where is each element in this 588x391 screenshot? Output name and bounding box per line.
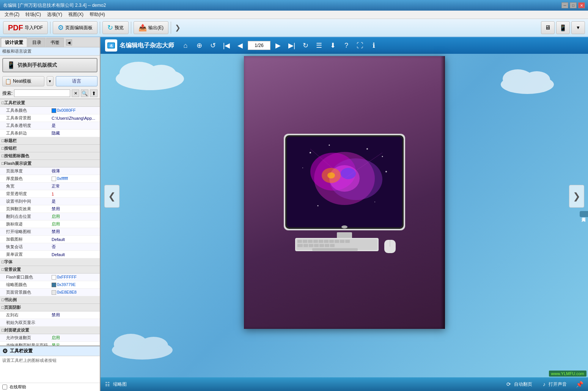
sound-label[interactable]: 打开声音 bbox=[549, 381, 567, 388]
nav-first-page-button[interactable]: |◀ bbox=[220, 39, 233, 52]
search-clear-button[interactable]: ✕ bbox=[72, 89, 79, 97]
color-swatch-toolbar bbox=[52, 108, 56, 113]
page-next-arrow[interactable]: ❯ bbox=[569, 185, 584, 208]
cloud-bottom-left bbox=[108, 333, 176, 361]
tab-design-settings[interactable]: 设计设置 bbox=[1, 38, 27, 47]
preview-button[interactable]: ↻ 预览 bbox=[102, 21, 129, 34]
mobile-switch-button[interactable]: 📱 切换到手机版模式 bbox=[2, 58, 97, 72]
page-shadow-group-header[interactable]: □页面阴影 bbox=[0, 304, 100, 311]
menu-help[interactable]: 帮助(H) bbox=[86, 11, 108, 19]
export-icon: 📤 bbox=[138, 23, 147, 32]
minimize-button[interactable]: ─ bbox=[561, 2, 568, 8]
btn-icon-color-group-header[interactable]: □按钮图标颜色 bbox=[0, 152, 100, 160]
page-display bbox=[244, 56, 445, 329]
toolbar-more-arrow[interactable]: ❯ bbox=[173, 22, 182, 33]
app-logo: 名 名编辑电子杂志大师 bbox=[105, 39, 174, 52]
cover-settings-group-header[interactable]: □封面硬皮设置 bbox=[0, 327, 100, 334]
titlebar-controls: ─ □ ✕ bbox=[561, 2, 585, 8]
language-label: 语言 bbox=[72, 78, 81, 84]
bottom-info-title: 工具栏设置 bbox=[10, 348, 33, 354]
nav-zoom-in-button[interactable]: ⊕ bbox=[193, 39, 205, 52]
template-select-button[interactable]: 📋 Neat模板 bbox=[2, 76, 44, 86]
nav-next-page-button[interactable]: ▶ bbox=[272, 39, 284, 52]
page-edit-button[interactable]: ⚙ 页面编辑面板 bbox=[53, 21, 97, 34]
svg-point-22 bbox=[329, 145, 330, 146]
language-button[interactable]: 语言 bbox=[56, 76, 98, 86]
color-swatch-thickness bbox=[52, 177, 56, 181]
cloud-right bbox=[497, 67, 558, 95]
template-dropdown-button[interactable]: ▼ bbox=[47, 76, 53, 86]
titlebar-group-header[interactable]: □标题栏 bbox=[0, 137, 100, 145]
bottom-info-text: 设置工具栏上的图标或者按钮 bbox=[2, 358, 57, 363]
prop-footer-flip: 页脚翻页效果 禁用 bbox=[0, 205, 100, 213]
menu-options[interactable]: 选项(Y) bbox=[44, 11, 65, 19]
nav-help-button[interactable]: ? bbox=[340, 39, 352, 52]
menu-view[interactable]: 视图(X) bbox=[65, 11, 86, 19]
mobile-view-button[interactable]: 📱 bbox=[556, 21, 570, 34]
nav-page-input[interactable] bbox=[248, 41, 270, 50]
export-button[interactable]: 📤 输出(E) bbox=[134, 21, 168, 34]
btnbar-group-header[interactable]: □按钮栏 bbox=[0, 145, 100, 152]
pin-icon[interactable]: 📌 bbox=[576, 381, 583, 388]
prop-flash-win-color: Flash窗口颜色 0xFFFFFF bbox=[0, 274, 100, 281]
online-help-checkbox[interactable] bbox=[2, 385, 7, 389]
prop-open-thumbnail: 打开缩略图框 禁用 bbox=[0, 228, 100, 236]
nav-toc-button[interactable]: ☰ bbox=[313, 39, 325, 52]
color-swatch-flash-win bbox=[52, 275, 56, 280]
toolbar-group-header[interactable]: □工具栏设置 bbox=[0, 99, 100, 107]
svg-rect-43 bbox=[329, 240, 334, 243]
content-area: 名 名编辑电子杂志大师 ⌂ ⊕ ↺ |◀ ◀ ▶ ▶| ↻ ☰ ⬇ ? ⛶ ℹ bbox=[101, 37, 588, 391]
prop-toolbar-bg: 工具条背景图 C:\Users\Zhuang\App... bbox=[0, 114, 100, 122]
flash-display-group-header[interactable]: □Flash展示设置 bbox=[0, 160, 100, 167]
titlebar-title: 名编辑 [广州万彩信息技术有限公司 2.3.4] -- demo2 bbox=[3, 2, 106, 9]
nav-info-button[interactable]: ℹ bbox=[368, 39, 380, 52]
maximize-button[interactable]: □ bbox=[570, 2, 577, 8]
svg-point-26 bbox=[385, 171, 387, 172]
tab-bookmarks[interactable]: 书签 bbox=[46, 38, 64, 47]
template-label: Neat模板 bbox=[13, 78, 31, 84]
page-edit-icon: ⚙ bbox=[58, 23, 64, 32]
svg-rect-45 bbox=[340, 240, 344, 243]
prop-bg-opacity: 背景透明度 1 bbox=[0, 190, 100, 198]
nav-prev-page-button[interactable]: ◀ bbox=[234, 39, 246, 52]
svg-rect-48 bbox=[303, 244, 308, 247]
monitor-svg bbox=[272, 130, 417, 244]
nav-fullscreen-button[interactable]: ⛶ bbox=[354, 39, 366, 52]
toolbar-right: 🖥 📱 ▼ bbox=[541, 21, 585, 34]
nav-redo-button[interactable]: ↻ bbox=[299, 39, 311, 52]
page-prev-arrow[interactable]: ❮ bbox=[104, 185, 119, 208]
toolbar: PDF 导入PDF ⚙ 页面编辑面板 ↻ 预览 📤 输出(E) ❯ 🖥 📱 ▼ bbox=[0, 19, 588, 37]
book-ratio-group-header[interactable]: □书比例 bbox=[0, 296, 100, 304]
right-side-resource-tab[interactable]: 传入资源库 bbox=[580, 211, 588, 217]
menu-file[interactable]: 文件(Z) bbox=[2, 11, 22, 19]
export-label: 输出(E) bbox=[148, 25, 164, 31]
close-button[interactable]: ✕ bbox=[578, 2, 585, 8]
thumbnail-label[interactable]: 缩略图 bbox=[113, 381, 127, 388]
svg-rect-46 bbox=[345, 240, 350, 243]
svg-point-21 bbox=[310, 152, 311, 153]
bottom-info-header: ⚙ 工具栏设置 bbox=[0, 346, 100, 356]
nav-download-button[interactable]: ⬇ bbox=[327, 39, 339, 52]
prop-thickness-color: 厚度颜色 0xffffff bbox=[0, 175, 100, 183]
content-navigation-bar: 名 名编辑电子杂志大师 ⌂ ⊕ ↺ |◀ ◀ ▶ ▶| ↻ ☰ ⬇ ? ⛶ ℹ bbox=[101, 37, 588, 54]
menu-transition[interactable]: 转场(C) bbox=[22, 11, 44, 19]
tab-toc[interactable]: 目录 bbox=[28, 38, 46, 47]
search-icon-btn-2[interactable]: ⬆ bbox=[90, 89, 97, 97]
search-input[interactable] bbox=[14, 89, 70, 97]
nav-home-button[interactable]: ⌂ bbox=[179, 39, 192, 52]
font-group-header[interactable]: □字体 bbox=[0, 258, 100, 266]
import-pdf-button[interactable]: PDF 导入PDF bbox=[3, 21, 48, 34]
toolbar-separator-3 bbox=[131, 22, 131, 34]
panel-collapse-button[interactable]: ◀ bbox=[66, 39, 72, 45]
settings-header-label: 模板和语言设置 bbox=[2, 49, 31, 53]
monitor-view-button[interactable]: 🖥 bbox=[541, 21, 555, 34]
prop-allow-fast-flip: 允许快速翻页 启用 bbox=[0, 334, 100, 342]
bg-settings-group-header[interactable]: □背景设置 bbox=[0, 266, 100, 274]
nav-undo-button[interactable]: ↺ bbox=[207, 39, 219, 52]
search-icon-btn-1[interactable]: 🔍 bbox=[81, 89, 88, 97]
view-dropdown-button[interactable]: ▼ bbox=[571, 21, 585, 34]
nav-last-page-button[interactable]: ▶| bbox=[286, 39, 298, 52]
prop-flip-to-click: 翻到点击位置 启用 bbox=[0, 213, 100, 221]
auto-flip-label[interactable]: 自动翻页 bbox=[514, 381, 532, 388]
prop-left-to-right: 左到右 禁用 bbox=[0, 311, 100, 319]
